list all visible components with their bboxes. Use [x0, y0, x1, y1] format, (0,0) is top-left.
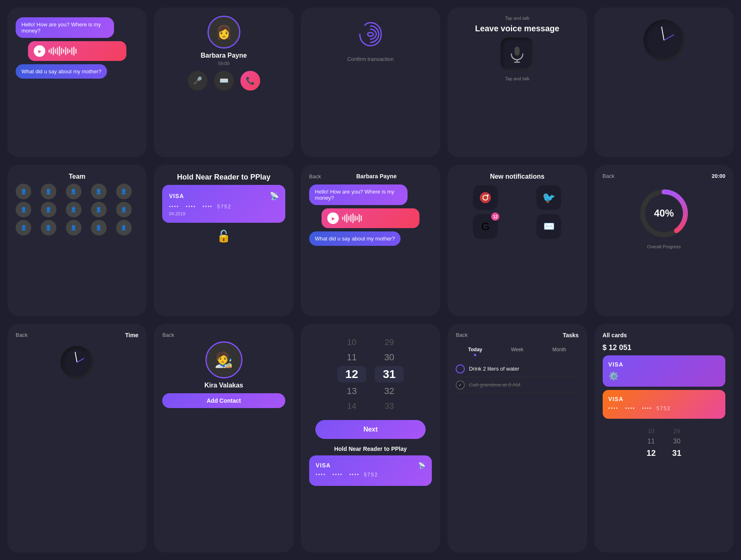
email-notification[interactable]: ✉️ [536, 214, 561, 239]
nfc-card-bottom: Hold Near Reader to PPlay VISA 📡 •••• ••… [309, 446, 432, 486]
time-back[interactable]: Back [16, 332, 28, 338]
call-actions: 🎤 ⌨️ 📞 [188, 71, 260, 91]
chat-card: Hello! How are you? Where is my money? ▶… [7, 7, 147, 157]
tab-month[interactable]: Month [540, 344, 578, 359]
picker-item: 14 [339, 400, 364, 413]
picker-item: 13 [338, 384, 365, 398]
tab-today[interactable]: Today [456, 344, 494, 359]
play-button-2[interactable]: ▶ [327, 212, 339, 224]
play-icon: ▶ [38, 49, 42, 54]
contactless-icon-bottom: 📡 [418, 462, 425, 469]
next-button[interactable]: Next [315, 420, 426, 439]
nfc-title-bottom: Hold Near Reader to PPlay [309, 446, 432, 452]
waveform-2 [342, 213, 414, 223]
card-purple[interactable]: VISA ⚙️ [603, 355, 725, 387]
caller-avatar: 👩 [207, 16, 240, 49]
tab-week[interactable]: Week [498, 344, 536, 359]
task-check-2[interactable]: ✓ [456, 380, 465, 390]
team-member: 👤 [91, 184, 107, 199]
visa-card: VISA 📡 •••• •••• •••• 5752 04.2019 [162, 185, 285, 223]
call-duration: 59:00 [218, 61, 230, 66]
nfc-title: Hold Near Reader to PPlay [177, 173, 270, 182]
email-icon: ✉️ [543, 221, 555, 232]
team-member: 👤 [66, 202, 82, 217]
google-icon: G [481, 220, 489, 233]
clock-face [643, 20, 685, 61]
team-member: 👤 [16, 220, 31, 236]
picker-item: 10 [339, 336, 364, 349]
mini-picker-col-2: 29 30 31 [667, 427, 686, 459]
mini-picker-item: 11 [643, 437, 660, 446]
voice-message-title: Leave voice message [475, 24, 559, 33]
svg-rect-0 [515, 47, 520, 56]
tap-and-talk-top: Tap and talk [505, 16, 529, 21]
team-title: Team [69, 173, 86, 180]
team-member: 👤 [91, 220, 107, 236]
google-notification[interactable]: G 12 [473, 214, 498, 239]
end-call-button[interactable]: 📞 [240, 71, 260, 91]
team-member: 👤 [116, 184, 132, 199]
progress-time: 20:00 [712, 173, 725, 179]
contactless-icon: 📡 [270, 191, 279, 201]
picker-item-active[interactable]: 12 [337, 366, 366, 383]
tasks-card: Back Tasks Today Week Month Drink 2 lite… [447, 324, 587, 553]
team-grid: 👤 👤 👤 👤 👤 👤 👤 👤 👤 👤 👤 👤 👤 👤 👤 [16, 184, 138, 236]
instagram-notification[interactable] [473, 185, 498, 210]
tasks-back[interactable]: Back [456, 332, 468, 338]
picker-item-active[interactable]: 31 [375, 366, 404, 383]
mini-picker-item: 30 [668, 437, 685, 446]
chat-bubble-barbara-2: What did u say about my mother? [309, 231, 401, 246]
mic-circle[interactable] [501, 37, 534, 70]
card-number-bottom: •••• •••• •••• 5752 [316, 472, 425, 478]
add-contact-button[interactable]: Add Contact [162, 393, 285, 408]
mini-picker-col-1: 10 11 12 [642, 427, 661, 459]
progress-back[interactable]: Back [603, 173, 615, 179]
audio-message-2[interactable]: ▶ [322, 208, 420, 228]
picker-item: 33 [376, 400, 402, 413]
task-check-1[interactable] [456, 364, 465, 373]
picker-item: 11 [338, 350, 365, 364]
all-cards-card: All cards $ 12 051 VISA ⚙️ VISA •••• •••… [594, 324, 734, 553]
team-member: 👤 [41, 220, 56, 236]
lock-icon: 🔓 [217, 229, 231, 243]
visa-label: VISA [169, 193, 184, 199]
progress-header: Back 20:00 [603, 173, 725, 179]
tasks-tabs: Today Week Month [456, 344, 578, 359]
chat-header: Back Barbara Payne [309, 173, 432, 180]
back-button[interactable]: Back [309, 173, 321, 180]
team-member: 👤 [66, 220, 82, 236]
team-member: 👤 [41, 184, 56, 199]
chat-bubble-1: Hello! How are you? Where is my money? [16, 17, 114, 38]
keypad-button[interactable]: ⌨️ [214, 71, 234, 91]
card-orange[interactable]: VISA •••• •••• •••• 5752 [603, 390, 725, 419]
caller-name: Barbara Payne [201, 52, 247, 59]
all-cards-title: All cards [603, 332, 627, 338]
mute-button[interactable]: 🎤 [188, 71, 207, 91]
task-text-2: Call grandma at 8 AM [469, 382, 520, 388]
mini-picker: 10 11 12 29 30 31 [603, 425, 725, 461]
svg-point-5 [487, 194, 489, 196]
notification-badge: 12 [491, 212, 499, 221]
chat-barbara-card: Back Barbara Payne Hello! How are you? W… [301, 165, 440, 316]
contact-card: Back 🧑‍🎨 Kira Valakas Add Contact [154, 324, 293, 553]
voice-message-top-card: Tap and talk Leave voice message Tap and… [447, 7, 587, 157]
chat-bubble-barbara-1: Hello! How are you? Where is my money? [309, 184, 408, 205]
audio-message[interactable]: ▶ [28, 41, 126, 61]
mini-picker-item-active[interactable]: 12 [642, 448, 661, 459]
visa-label-purple: VISA [608, 361, 624, 368]
mini-picker-item-active[interactable]: 31 [667, 448, 686, 459]
contact-name: Kira Valakas [204, 382, 243, 389]
confirm-transaction-label: Confirm transaction [347, 56, 394, 62]
visa-label-orange: VISA [608, 396, 624, 402]
overall-progress-label: Overall Progress [647, 244, 681, 249]
progress-card: Back 20:00 40% Overall Progress [594, 165, 734, 316]
time-card: Back Time [7, 324, 147, 553]
play-button[interactable]: ▶ [34, 45, 45, 57]
tasks-title: Tasks [563, 332, 579, 338]
mini-picker-item: 29 [669, 427, 685, 435]
team-member: 👤 [16, 202, 31, 217]
picker-item: 30 [376, 350, 402, 364]
contact-back[interactable]: Back [162, 332, 174, 338]
visa-card-bottom: VISA 📡 •••• •••• •••• 5752 [309, 455, 432, 486]
twitter-notification[interactable]: 🐦 [536, 185, 561, 210]
